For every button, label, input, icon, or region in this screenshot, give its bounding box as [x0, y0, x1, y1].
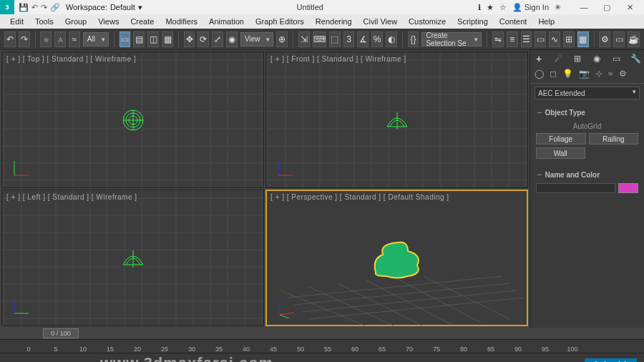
- menu-customize[interactable]: Customize: [403, 16, 452, 27]
- spacewarps-icon[interactable]: ≈: [608, 69, 613, 79]
- sign-in-button[interactable]: 👤 Sign In: [512, 3, 549, 12]
- info-icon[interactable]: ℹ: [478, 3, 481, 12]
- selection-filter[interactable]: All: [83, 32, 109, 47]
- spinner-snap-button[interactable]: ◐: [386, 31, 397, 47]
- ruler-tick: 100: [567, 346, 577, 353]
- snap-3d-button[interactable]: 3: [343, 31, 355, 47]
- viewport-perspective[interactable]: [ + ] [ Perspective ] [ Standard ] [ Def…: [265, 190, 528, 326]
- link-button[interactable]: ⟐: [40, 31, 52, 47]
- star-icon[interactable]: ★: [487, 3, 494, 12]
- x-icon[interactable]: ✳: [555, 3, 561, 12]
- ruler-tick: 45: [270, 346, 277, 353]
- named-sel-button[interactable]: {}: [408, 31, 419, 47]
- foliage-button[interactable]: Foliage: [536, 133, 586, 145]
- lights-icon[interactable]: 💡: [562, 69, 573, 79]
- menubar[interactable]: Edit Tools Group Views Create Modifiers …: [0, 14, 644, 29]
- create-tab-icon[interactable]: +: [533, 53, 545, 64]
- keyboard-shortcut-button[interactable]: ⌨: [313, 31, 326, 47]
- render-button[interactable]: ☕: [628, 31, 640, 47]
- select-manipulate-button[interactable]: ⇲: [298, 31, 310, 47]
- helpers-icon[interactable]: ⊹: [595, 69, 602, 79]
- undo-icon[interactable]: ↶: [31, 3, 38, 12]
- rollout-object-type[interactable]: Object Type: [533, 107, 641, 118]
- select-region-button[interactable]: ◫: [147, 31, 159, 47]
- viewport-top[interactable]: [ + ] [ Top ] [ Standard ] [ Wireframe ]: [1, 52, 264, 188]
- menu-animation[interactable]: Animation: [203, 16, 250, 27]
- menu-modifiers[interactable]: Modifiers: [160, 16, 203, 27]
- ref-coord-system[interactable]: View: [240, 32, 274, 47]
- menu-edit[interactable]: Edit: [4, 16, 29, 27]
- close-button[interactable]: ✕: [618, 0, 641, 14]
- svg-line-22: [424, 276, 509, 319]
- mirror-button[interactable]: ⇋: [492, 31, 504, 47]
- window-crossing-button[interactable]: ▦: [162, 31, 173, 47]
- wall-button[interactable]: Wall: [536, 147, 585, 159]
- utilities-tab-icon[interactable]: 🔧: [630, 53, 641, 64]
- material-editor-button[interactable]: ▦: [577, 31, 589, 47]
- menu-help[interactable]: Help: [532, 16, 560, 27]
- command-panel-tabs[interactable]: + ☄ ⊞ ◉ ▭ 🔧: [530, 50, 644, 67]
- motion-tab-icon[interactable]: ◉: [591, 53, 602, 64]
- render-setup-button[interactable]: ⚙: [599, 31, 610, 47]
- move-button[interactable]: ✥: [184, 31, 195, 47]
- menu-rendering[interactable]: Rendering: [310, 16, 358, 27]
- time-marker[interactable]: 0 / 100: [43, 328, 79, 338]
- railing-button[interactable]: Railing: [589, 133, 639, 145]
- undo-button[interactable]: ↶: [4, 31, 16, 47]
- star-icon[interactable]: ☆: [499, 3, 507, 12]
- hierarchy-tab-icon[interactable]: ⊞: [572, 53, 583, 64]
- rollout-name-color[interactable]: Name and Color: [533, 169, 641, 180]
- quick-access-toolbar[interactable]: 💾 ↶ ↷ 🔗: [14, 3, 64, 12]
- menu-scripting[interactable]: Scripting: [452, 16, 494, 27]
- minimize-button[interactable]: —: [572, 0, 595, 14]
- angle-snap-button[interactable]: ∡: [357, 31, 369, 47]
- pivot-button[interactable]: ⊕: [276, 31, 288, 47]
- select-object-button[interactable]: ▭: [119, 31, 131, 47]
- shapes-icon[interactable]: ◻: [550, 69, 557, 79]
- redo-button[interactable]: ↷: [19, 31, 30, 47]
- object-name-input[interactable]: [536, 183, 615, 193]
- viewport-front[interactable]: [ + ] [ Front ] [ Standard ] [ Wireframe…: [265, 52, 528, 188]
- redo-icon[interactable]: ↷: [41, 3, 47, 12]
- scale-button[interactable]: ⤢: [212, 31, 223, 47]
- curve-editor-button[interactable]: ∿: [549, 31, 560, 47]
- menu-group[interactable]: Group: [59, 16, 93, 27]
- menu-content[interactable]: Content: [494, 16, 533, 27]
- maximize-button[interactable]: ▢: [595, 0, 618, 14]
- systems-icon[interactable]: ⚙: [619, 69, 627, 79]
- geometry-icon[interactable]: ◯: [535, 69, 544, 79]
- autogrid-checkbox[interactable]: AutoGrid: [536, 121, 638, 133]
- create-categories[interactable]: ◯ ◻ 💡 📷 ⊹ ≈ ⚙: [530, 67, 644, 84]
- subcategory-dropdown[interactable]: AEC Extended: [535, 87, 640, 99]
- render-frame-button[interactable]: ▭: [613, 31, 625, 47]
- unlink-button[interactable]: ⟑: [54, 31, 66, 47]
- link-icon[interactable]: 🔗: [50, 3, 60, 12]
- viewport-left[interactable]: [ + ] [ Left ] [ Standard ] [ Wireframe …: [1, 190, 264, 326]
- schematic-button[interactable]: ⊞: [563, 31, 575, 47]
- menu-tools[interactable]: Tools: [29, 16, 59, 27]
- color-swatch[interactable]: [618, 183, 638, 193]
- time-slider[interactable]: 0 / 100: [0, 328, 644, 339]
- layer-button[interactable]: ☰: [521, 31, 532, 47]
- named-selection-set[interactable]: Create Selection Se: [421, 32, 482, 47]
- ribbon-button[interactable]: ▭: [535, 31, 546, 47]
- svg-line-19: [338, 283, 424, 326]
- snap-2d-button[interactable]: ⬚: [329, 31, 341, 47]
- time-ruler[interactable]: 0510152025303540455055606570758085909510…: [0, 339, 644, 353]
- ruler-tick: 25: [161, 346, 168, 353]
- menu-views[interactable]: Views: [92, 16, 125, 27]
- save-icon[interactable]: 💾: [19, 3, 29, 12]
- menu-graph-editors[interactable]: Graph Editors: [250, 16, 310, 27]
- select-name-button[interactable]: ▤: [133, 31, 145, 47]
- menu-create[interactable]: Create: [125, 16, 160, 27]
- workspace-selector[interactable]: Workspace: Default ▾: [66, 3, 142, 12]
- percent-snap-button[interactable]: %: [371, 31, 383, 47]
- rotate-button[interactable]: ⟳: [197, 31, 209, 47]
- bind-button[interactable]: ≈: [69, 31, 80, 47]
- place-button[interactable]: ◉: [226, 31, 238, 47]
- menu-civil-view[interactable]: Civil View: [358, 16, 403, 27]
- display-tab-icon[interactable]: ▭: [610, 53, 622, 64]
- align-button[interactable]: ≡: [507, 31, 518, 47]
- cameras-icon[interactable]: 📷: [579, 69, 590, 79]
- modify-tab-icon[interactable]: ☄: [552, 53, 564, 64]
